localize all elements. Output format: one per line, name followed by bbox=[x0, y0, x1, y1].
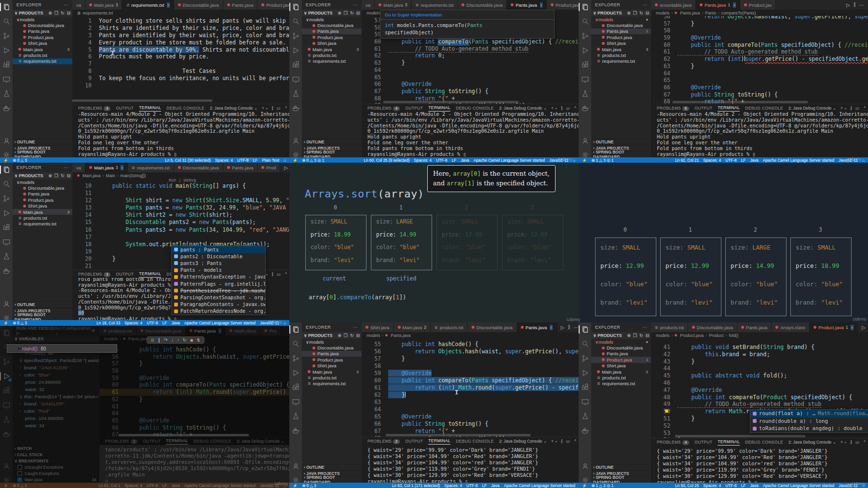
run-icon[interactable]: ▷ bbox=[561, 325, 565, 330]
gear-icon[interactable]: ⚙ bbox=[92, 328, 95, 333]
account-icon[interactable] bbox=[581, 137, 589, 145]
panel-tab-terminal[interactable]: TERMINAL bbox=[718, 105, 740, 112]
suggest-item[interactable]: Pants - models bbox=[172, 267, 265, 274]
status-item[interactable]: UTF-8 bbox=[725, 158, 737, 163]
tree-file-requirements.txt[interactable]: ≣requirements.txt bbox=[591, 381, 651, 387]
panel-tab-terminal[interactable]: TERMINAL bbox=[718, 439, 740, 446]
breakpoint-item[interactable]: Uncaught Exceptions bbox=[13, 464, 99, 470]
status-item[interactable]: Ln 60, Col 25 (9 selected) bbox=[364, 158, 409, 163]
tree-folder-models[interactable]: ∨ models● bbox=[591, 339, 651, 345]
remote-icon[interactable] bbox=[292, 398, 300, 406]
checkbox[interactable] bbox=[17, 471, 22, 476]
panel-tab-terminal[interactable]: TERMINAL bbox=[139, 271, 161, 278]
panel-tab-problems[interactable]: PROBLEMS4 bbox=[367, 106, 400, 111]
variable-row[interactable]: waist:32 bbox=[13, 386, 99, 393]
status-item[interactable]: Apache Camel Language Server started bbox=[504, 483, 575, 488]
collapse-icon[interactable]: ⊟ bbox=[356, 11, 360, 15]
status-item[interactable]: ⌂ bbox=[284, 321, 286, 325]
new-folder-icon[interactable]: ❐ bbox=[54, 173, 58, 178]
trash-icon[interactable]: ▭ bbox=[566, 439, 570, 444]
test-flask-icon[interactable] bbox=[581, 90, 589, 98]
more-icon[interactable]: ⋯ bbox=[574, 325, 579, 330]
tree-file-main.java[interactable]: Main.java3 bbox=[13, 209, 72, 215]
panel-tab-problems[interactable]: PROBLEMS2 bbox=[105, 439, 137, 444]
collapse-icon[interactable]: ⊟ bbox=[356, 333, 360, 338]
refresh-icon[interactable]: ↻ bbox=[350, 11, 354, 15]
step-into-icon[interactable]: ↓ bbox=[171, 337, 174, 343]
terminal-output[interactable]: -Resources-main 4/Module 2 - Object Orie… bbox=[362, 112, 579, 157]
run-icon[interactable]: ▷ bbox=[862, 325, 866, 330]
test-flask-icon[interactable] bbox=[2, 252, 11, 261]
problems-status[interactable]: ⊗ 1 △ 3 ◎ 1 bbox=[591, 158, 613, 163]
status-item[interactable]: Java bbox=[461, 158, 469, 163]
section-variables[interactable]: ∨ VARIABLES bbox=[13, 335, 99, 342]
files-icon[interactable] bbox=[2, 166, 11, 174]
account-icon[interactable] bbox=[292, 462, 300, 470]
section-products[interactable]: ∨ PRODUCTS⊕❐↻⊟ bbox=[591, 332, 651, 339]
tree-file-discountable.java[interactable]: Discountable.java bbox=[591, 345, 651, 350]
more-actions-icon[interactable]: ⋯ bbox=[643, 325, 647, 330]
remote-indicator-icon[interactable]: ⚡ bbox=[582, 483, 587, 488]
tree-file-products.txt[interactable]: ≣products.txt bbox=[302, 375, 362, 380]
status-item[interactable]: Spaces: 4 bbox=[215, 158, 233, 163]
test-flask-icon[interactable] bbox=[581, 412, 589, 420]
checkbox[interactable]: ✓ bbox=[17, 477, 22, 482]
new-file-icon[interactable]: ⊕ bbox=[48, 173, 52, 178]
tree-file-requirements.txt[interactable]: ≣requirements.txt bbox=[591, 58, 651, 64]
status-item[interactable]: ⌂ bbox=[573, 158, 575, 163]
docker-icon[interactable] bbox=[292, 104, 300, 112]
tree-file-discountable.java[interactable]: Discountable.java bbox=[302, 345, 362, 350]
status-item[interactable]: Spaces: 4 bbox=[414, 158, 432, 163]
tab-products-txt[interactable]: ≣products.txt bbox=[651, 322, 688, 332]
status-item[interactable]: Ln 61, Col 1 bbox=[99, 483, 121, 488]
split-icon[interactable]: ⫿ bbox=[561, 439, 563, 444]
breakpoint-item[interactable]: ✓Main.java 34 bbox=[13, 476, 99, 483]
status-item[interactable]: LF bbox=[741, 483, 746, 488]
run-debug-icon[interactable] bbox=[581, 369, 589, 377]
tab-pants-java[interactable]: Pants.java× bbox=[507, 0, 547, 10]
section-outline[interactable]: › OUTLINE bbox=[591, 139, 651, 145]
panel-tab-problems[interactable]: PROBLEMS3 bbox=[78, 106, 110, 111]
tree-file-pants.java[interactable]: Pants.java bbox=[302, 28, 362, 34]
tree-file-requirements.txt[interactable]: ≣requirements.txt bbox=[302, 381, 362, 387]
new-file-icon[interactable]: ⊕ bbox=[48, 11, 52, 15]
docker-icon[interactable] bbox=[581, 427, 589, 435]
tree-file-product.java[interactable]: Product.java bbox=[302, 34, 362, 40]
variable-row[interactable]: ›brand:"JAVA KLEIN" bbox=[13, 364, 99, 371]
panel-tab-output[interactable]: OUTPUT bbox=[116, 106, 134, 111]
status-item[interactable]: Ln 62, Col 21 bbox=[675, 158, 699, 163]
section-outline[interactable]: › OUTLINE bbox=[591, 464, 651, 470]
chevron-up-icon[interactable]: ＾ bbox=[284, 105, 288, 111]
close-icon[interactable]: × bbox=[121, 165, 123, 170]
horizontal-scrollbar[interactable] bbox=[675, 435, 805, 437]
status-item[interactable]: Spaces: 4 bbox=[124, 483, 142, 488]
section-watch[interactable]: › WATCH bbox=[13, 445, 99, 451]
panel-tab-output[interactable]: OUTPUT bbox=[143, 439, 161, 444]
extensions-icon[interactable] bbox=[2, 61, 11, 69]
horizontal-scrollbar[interactable] bbox=[673, 101, 808, 103]
status-item[interactable]: Java bbox=[171, 321, 180, 325]
remote-icon[interactable] bbox=[292, 75, 300, 84]
variable-row[interactable]: ›color:"Red" bbox=[13, 407, 99, 415]
refresh-icon[interactable]: ↻ bbox=[639, 11, 643, 15]
files-icon[interactable] bbox=[292, 325, 300, 334]
expand-icon[interactable]: › bbox=[19, 408, 24, 414]
status-item[interactable]: Apache Camel Language Server started bbox=[763, 158, 834, 163]
close-icon[interactable]: × bbox=[733, 2, 736, 8]
section-spring-boot-dashboard[interactable]: › SPRING BOOT DASHBOARD bbox=[13, 151, 72, 157]
tab-pants-java[interactable]: Pants.java bbox=[223, 163, 258, 172]
trash-icon[interactable]: ▭ bbox=[566, 106, 570, 111]
section-products[interactable]: ∨ PRODUCTS⊕❐↻⊟ bbox=[302, 10, 362, 16]
tree-file-shirt.java[interactable]: Shirt.java bbox=[591, 363, 651, 369]
tab-pants-java[interactable]: Pants.java bbox=[737, 322, 772, 332]
panel-tab-problems[interactable]: PROBLEMS4 bbox=[657, 440, 689, 445]
remote-indicator-icon[interactable]: ⚡ bbox=[582, 158, 587, 163]
panel-tab-debug-console[interactable]: DEBUG CONSOLE bbox=[456, 106, 494, 111]
docker-icon[interactable] bbox=[2, 104, 11, 112]
status-item[interactable]: LF bbox=[741, 158, 746, 163]
suggest-item[interactable]: PatternFlags - org.intellij.lang.an… bbox=[172, 280, 265, 287]
suggest-item[interactable]: round(float a) : … Math.round(floa… bbox=[750, 410, 868, 418]
terminal-output[interactable]: -Resources-main 4/Module 2 - Object Orie… bbox=[72, 112, 289, 157]
run-debug-icon[interactable]: 1 bbox=[2, 372, 11, 380]
tree-file-shirt.java[interactable]: Shirt.java bbox=[302, 41, 362, 46]
